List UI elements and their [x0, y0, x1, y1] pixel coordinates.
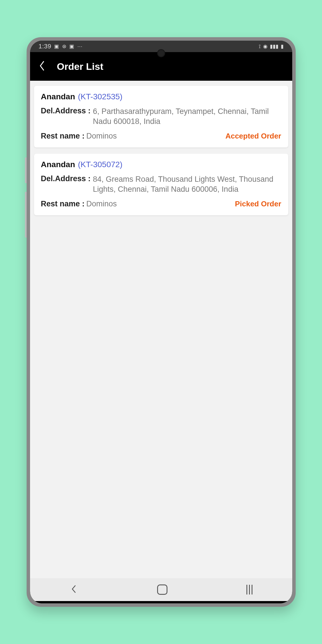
back-button[interactable]	[39, 60, 46, 73]
chevron-left-icon	[39, 60, 46, 72]
order-card[interactable]: Anandan (KT-305072) Del.Address : 84, Gr…	[34, 154, 288, 215]
status-time: 1:39	[39, 43, 52, 50]
nav-recent-button[interactable]	[246, 585, 252, 594]
wifi-icon: ◉	[263, 43, 268, 50]
order-card[interactable]: Anandan (KT-302535) Del.Address : 6, Par…	[34, 86, 288, 147]
chevron-left-icon	[70, 584, 78, 594]
order-status: Accepted Order	[225, 132, 281, 141]
location-icon: ⟟	[259, 44, 261, 50]
status-app-icon: ▣	[69, 43, 74, 50]
restaurant-label: Rest name :	[41, 199, 85, 208]
address-value: 6, Parthasarathypuram, Teynampet, Chenna…	[93, 106, 281, 127]
line-icon	[252, 585, 252, 594]
camera-notch	[157, 49, 165, 57]
status-app-icon: ▣	[54, 43, 59, 50]
side-button	[25, 192, 27, 238]
restaurant-name: Dominos	[86, 199, 117, 208]
address-label: Del.Address :	[41, 106, 91, 127]
customer-name: Anandan	[41, 92, 75, 101]
line-icon	[246, 585, 247, 594]
signal-icon: ▮▮▮	[270, 43, 278, 50]
address-value: 84, Greams Road, Thousand Lights West, T…	[93, 174, 281, 194]
line-icon	[249, 585, 250, 594]
square-icon	[157, 584, 167, 595]
nav-home-button[interactable]	[157, 584, 167, 595]
address-label: Del.Address :	[41, 174, 91, 194]
restaurant-label: Rest name :	[41, 132, 85, 141]
status-more: ⋯	[77, 43, 83, 50]
customer-name: Anandan	[41, 160, 75, 169]
phone-screen: 1:39 ▣ ⊛ ▣ ⋯ ⟟ ◉ ▮▮▮ ▮ Order List	[30, 41, 292, 603]
nav-bar	[30, 578, 292, 601]
page-title: Order List	[57, 61, 103, 72]
content-area: Anandan (KT-302535) Del.Address : 6, Par…	[30, 81, 292, 578]
phone-frame: 1:39 ▣ ⊛ ▣ ⋯ ⟟ ◉ ▮▮▮ ▮ Order List	[27, 37, 296, 607]
order-id: (KT-302535)	[78, 92, 123, 101]
order-id: (KT-305072)	[78, 160, 123, 169]
bottom-bezel	[30, 601, 292, 603]
order-status: Picked Order	[235, 199, 281, 208]
nav-back-button[interactable]	[70, 584, 78, 595]
battery-icon: ▮	[281, 43, 284, 50]
restaurant-name: Dominos	[86, 132, 117, 141]
side-button	[25, 157, 27, 183]
status-app-icon: ⊛	[62, 43, 67, 50]
